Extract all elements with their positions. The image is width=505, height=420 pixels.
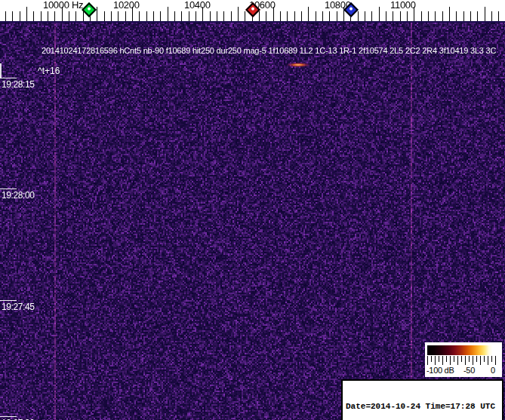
db-tick: [439, 356, 439, 362]
station-info-box: Date=2014-10-24 Time=17:28 UTC Freq=143 …: [341, 379, 503, 420]
db-tick: [442, 356, 443, 365]
time-tick: [0, 78, 17, 78]
time-label: 19:28:15: [2, 79, 35, 90]
db-gradient-bar: [427, 345, 499, 355]
db-tick: [473, 356, 473, 365]
db-tick: [495, 356, 496, 365]
freq-tick-label: 11000: [390, 0, 416, 11]
freq-tick-label: 10200: [113, 0, 140, 11]
db-tick: [446, 356, 447, 362]
time-tick: [0, 189, 17, 189]
time-cursor-label: ^t+16: [38, 66, 60, 76]
time-tick: [0, 416, 17, 417]
db-tick: [435, 356, 436, 365]
spectrogram-area: 20141024172816596 hCnt5 nb-90 f10689 hit…: [0, 23, 505, 420]
db-tick: [454, 356, 454, 362]
freq-tick-label: 10400: [184, 0, 211, 11]
spectrogram-window: 10000 Hz1020010400106001080011000 201410…: [0, 0, 505, 420]
db-tick: [488, 356, 488, 365]
db-tick: [484, 356, 485, 362]
frequency-ruler: 10000 Hz1020010400106001080011000: [0, 0, 505, 23]
db-label-min: -100 dB: [426, 366, 454, 375]
db-tick: [491, 356, 492, 362]
db-tick: [465, 356, 466, 365]
db-tick: [480, 356, 481, 365]
db-tick: [427, 356, 428, 365]
db-scale-ticks: [427, 356, 499, 366]
freq-tick-label: 10000 Hz: [43, 0, 83, 11]
info-date-time: Date=2014-10-24 Time=17:28 UTC: [346, 402, 502, 412]
time-label: 19:27:45: [2, 302, 35, 312]
db-tick: [469, 356, 470, 362]
db-color-scale-legend: -100 dB -50 0: [425, 342, 502, 377]
detection-metadata-text: 20141024172816596 hCnt5 nb-90 f10689 hit…: [42, 46, 496, 55]
db-tick: [457, 356, 458, 365]
time-cursor-mark: [0, 63, 2, 78]
db-tick: [476, 356, 477, 362]
time-label: 19:28:00: [2, 190, 35, 201]
db-tick: [461, 356, 462, 362]
db-label-max: 0: [491, 366, 495, 375]
db-tick: [431, 356, 432, 362]
db-label-mid: -50: [463, 366, 475, 375]
db-tick: [450, 356, 451, 365]
time-tick: [0, 300, 17, 301]
